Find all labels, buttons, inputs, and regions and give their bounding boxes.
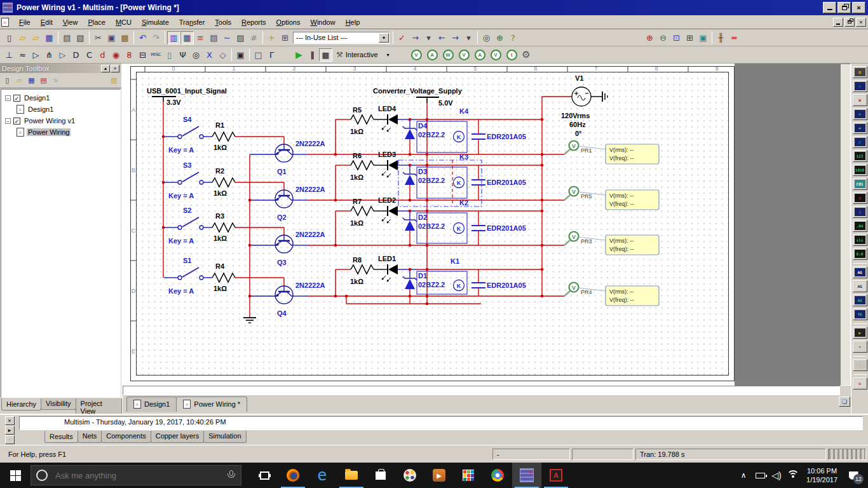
save-button[interactable]: ▦ — [43, 31, 56, 44]
place-ttl-button[interactable]: D — [69, 48, 83, 62]
digital-probe-button[interactable]: t — [506, 50, 517, 60]
education-website-button[interactable]: ⊕ — [493, 31, 506, 44]
interactive-mode-label[interactable]: Interactive — [346, 51, 378, 58]
tree-checkbox[interactable]: ✓ — [13, 118, 20, 125]
text-view-button[interactable]: Te — [50, 74, 62, 86]
cortana-search-box[interactable] — [31, 465, 241, 485]
open-sample-button[interactable]: ▱ — [29, 31, 43, 44]
place-hierarchical-block-button[interactable]: □ — [252, 48, 265, 62]
tree-item-label[interactable]: Power Wiring — [27, 128, 71, 136]
ni-elvis-button[interactable]: ~ — [853, 359, 867, 371]
mdi-close-button[interactable]: × — [856, 18, 866, 27]
spreadsheet-tab-components[interactable]: Components — [101, 431, 151, 443]
place-cmos-button[interactable]: C — [83, 48, 96, 62]
save-design-button[interactable]: ▦ — [25, 74, 37, 86]
current-probe-button[interactable]: A — [427, 50, 438, 60]
spectrum-analyzer-button[interactable]: ılı — [853, 234, 867, 246]
place-transistor-button[interactable]: ⋔ — [43, 48, 56, 62]
toggle-spice-netlist-button[interactable]: ≡ — [194, 31, 207, 44]
forward-annotate-button[interactable]: → — [449, 31, 462, 44]
electrical-rules-check-button[interactable]: ✓ — [395, 31, 409, 44]
tree-item-power-wiring[interactable]: ≈Power Wiring — [1, 126, 120, 138]
agilent-function-generator-button[interactable]: AG — [853, 266, 867, 278]
help-button[interactable]: ? — [506, 31, 520, 44]
menu-simulate[interactable]: Simulate — [137, 17, 174, 28]
tree-item-label[interactable]: Design1 — [27, 105, 55, 113]
place-mixed-button[interactable]: 8 — [123, 48, 136, 62]
tree-item-label[interactable]: Design1 — [23, 94, 51, 102]
spreadsheet-nav-button[interactable]: ▸ — [5, 426, 15, 435]
place-mcu-button[interactable]: ▣ — [234, 48, 247, 62]
clock[interactable]: 10:06 PM 1/19/2017 — [801, 466, 843, 484]
place-advanced-peripherals-button[interactable]: ▯ — [163, 48, 176, 62]
oscilloscope-button[interactable]: ≈ — [853, 108, 867, 120]
menu-window[interactable]: Window — [305, 17, 340, 28]
menu-mcu[interactable]: MCU — [111, 17, 137, 28]
horizontal-scrollbar[interactable] — [123, 386, 840, 395]
dropdown-arrow-icon[interactable]: ▾ — [379, 33, 389, 43]
window-arrange-button[interactable]: ❏ — [839, 396, 850, 407]
menu-help[interactable]: Help — [341, 17, 365, 28]
voltage-probe-button[interactable]: V — [411, 50, 422, 60]
toggle-spreadsheet-view-button[interactable]: ▦ — [180, 31, 194, 44]
taskbar-app-media-player[interactable]: ▶ — [424, 463, 454, 488]
spreadsheet-export-button[interactable]: ▫ — [5, 435, 15, 444]
place-ni-component-button[interactable]: X — [203, 48, 216, 62]
differential-voltage-probe-button[interactable]: V — [459, 50, 470, 60]
recent-designs-button[interactable]: ▥ — [108, 74, 120, 86]
four-channel-oscilloscope-button[interactable]: ≈ — [853, 122, 867, 134]
taskbar-app-firefox[interactable] — [278, 463, 308, 488]
undo-button[interactable]: ↶ — [136, 31, 149, 44]
zoom-out-button[interactable]: ⊖ — [656, 31, 670, 44]
pause-simulation-button[interactable]: ‖ — [306, 48, 319, 62]
taskbar-app-edge[interactable]: e — [308, 463, 337, 488]
place-source-button[interactable]: ⊥ — [3, 48, 16, 62]
voltage-current-probe-button[interactable]: A — [475, 50, 485, 60]
menu-options[interactable]: Options — [271, 17, 306, 28]
bode-plotter-button[interactable]: / — [853, 136, 867, 148]
toolbox-tab-hierarchy[interactable]: Hierarchy — [1, 398, 41, 410]
toggle-postprocessor-button[interactable]: ~ — [220, 31, 234, 44]
place-indicator-button[interactable]: ◉ — [109, 48, 123, 62]
open-file-button[interactable]: ▱ — [16, 31, 29, 44]
logic-converter-button[interactable]: C01 — [853, 178, 867, 190]
component-wizard-button[interactable]: + — [265, 31, 278, 44]
toolbox-tab-visibility[interactable]: Visibility — [41, 398, 76, 410]
menu-reports[interactable]: Reports — [236, 17, 271, 28]
annotate-dropdown-button[interactable]: ▾ — [462, 31, 475, 44]
database-manager-button[interactable]: ⊞ — [278, 31, 292, 44]
toggle-design-toolbox-button[interactable]: ▥ — [167, 31, 180, 44]
battery-icon[interactable] — [752, 463, 768, 488]
place-bus-button[interactable]: Γ — [265, 48, 278, 62]
print-button[interactable]: ▤ — [60, 31, 74, 44]
wifi-icon[interactable] — [785, 463, 801, 488]
spreadsheet-tab-simulation[interactable]: Simulation — [203, 431, 246, 443]
design-toolbox-titlebar[interactable]: Design Toolbox ▴ × — [0, 64, 121, 73]
labview-dropdown-button[interactable]: ▾ — [853, 341, 867, 353]
menu-edit[interactable]: Edit — [36, 17, 58, 28]
toggle-grapher-button[interactable]: ▤ — [207, 31, 220, 44]
transfer-to-ultiboard-button[interactable]: → — [409, 31, 422, 44]
place-rf-button[interactable]: Ψ — [176, 48, 189, 62]
menu-file[interactable]: File — [14, 17, 36, 28]
labview-instruments-button[interactable]: ▶ — [853, 327, 867, 339]
spreadsheet-close-button[interactable]: × — [5, 416, 15, 425]
taskbar-app-multisim[interactable] — [512, 463, 541, 488]
zoom-fit-button[interactable]: ⊞ — [683, 31, 696, 44]
spreadsheet-tab-nets[interactable]: Nets — [78, 431, 102, 443]
print-preview-button[interactable]: ▧ — [74, 31, 87, 44]
tree-item-label[interactable]: Power Wiring v1 — [23, 117, 76, 125]
mdi-minimize-button[interactable] — [833, 18, 843, 27]
place-analog-button[interactable]: ▷ — [56, 48, 69, 62]
tree-checkbox[interactable]: ✓ — [13, 95, 20, 102]
search-input[interactable] — [54, 470, 227, 481]
agilent-multimeter-button[interactable]: AG — [853, 280, 867, 292]
microphone-icon[interactable] — [227, 470, 236, 481]
menu-view[interactable]: View — [58, 17, 83, 28]
close-button[interactable]: × — [852, 2, 865, 13]
spreadsheet-tab-results[interactable]: Results — [44, 431, 78, 443]
mdi-restore-button[interactable] — [844, 18, 855, 27]
place-misc-button[interactable]: MISC — [149, 48, 163, 62]
network-analyzer-button[interactable]: 8:8 — [853, 248, 867, 260]
place-electromechanical-button[interactable]: ◎ — [189, 48, 203, 62]
